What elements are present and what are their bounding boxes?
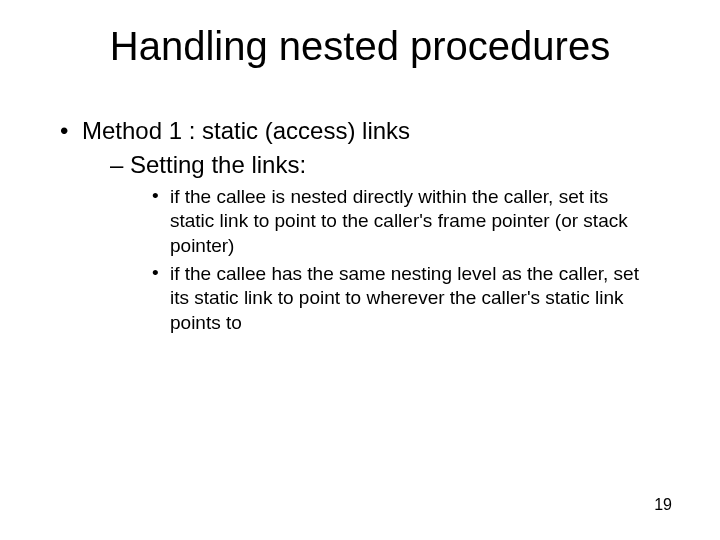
bullet-dash-icon: – — [110, 151, 130, 179]
level3-text: if the callee has the same nesting level… — [170, 262, 650, 335]
bullet-dot-icon: • — [152, 262, 170, 335]
slide-title: Handling nested procedures — [40, 24, 680, 69]
level3-text: if the callee is nested directly within … — [170, 185, 650, 258]
bullet-level2: –Setting the links: — [110, 151, 680, 179]
level2-text: Setting the links: — [130, 151, 306, 178]
page-number: 19 — [654, 496, 672, 514]
level1-text: Method 1 : static (access) links — [82, 117, 410, 144]
bullet-level3: • if the callee has the same nesting lev… — [152, 262, 650, 335]
bullet-level3: • if the callee is nested directly withi… — [152, 185, 650, 258]
slide: Handling nested procedures •Method 1 : s… — [0, 0, 720, 540]
bullet-dot-icon: • — [152, 185, 170, 258]
bullet-level1: •Method 1 : static (access) links — [60, 117, 680, 145]
bullet-dot-icon: • — [60, 117, 82, 145]
